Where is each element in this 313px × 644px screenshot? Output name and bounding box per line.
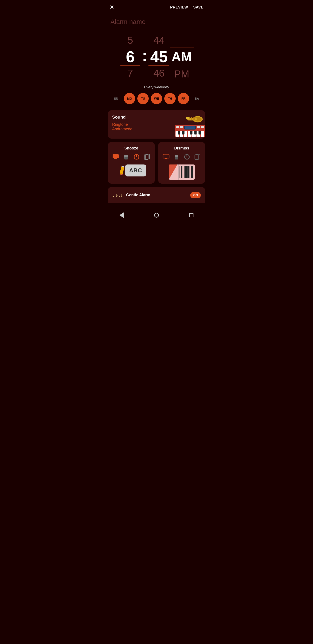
header: ✕ PREVIEW SAVE — [104, 0, 209, 13]
svg-rect-51 — [183, 166, 183, 178]
pencil-icon — [116, 165, 127, 176]
barcode-illustration — [169, 164, 195, 180]
svg-rect-11 — [180, 126, 183, 128]
svg-rect-59 — [194, 166, 194, 178]
minute-below: 46 — [153, 66, 165, 79]
hour-column[interactable]: 5 6 7 — [119, 35, 141, 78]
svg-rect-39 — [163, 154, 169, 158]
pill-icon — [122, 153, 130, 160]
svg-rect-45 — [195, 155, 199, 160]
svg-rect-20 — [201, 131, 204, 137]
flip-icon — [143, 153, 151, 160]
svg-rect-24 — [194, 131, 197, 134]
svg-rect-40 — [165, 158, 167, 159]
alarm-name-input[interactable] — [110, 18, 203, 26]
sound-card[interactable]: Sound Ringtone Andromeda — [108, 110, 205, 138]
abc-badge: ABC — [125, 164, 146, 176]
hour-below: 7 — [128, 66, 133, 79]
svg-rect-12 — [197, 126, 200, 128]
svg-rect-55 — [188, 166, 189, 178]
svg-rect-54 — [186, 166, 188, 178]
power-icon — [133, 153, 140, 160]
dismiss-screen-icon — [162, 153, 170, 160]
svg-rect-6 — [193, 116, 195, 120]
screen-icon — [112, 153, 119, 160]
abc-illustration: ABC — [116, 164, 146, 176]
svg-rect-25 — [198, 131, 201, 134]
svg-rect-49 — [180, 166, 180, 178]
preview-button[interactable]: PREVIEW — [170, 5, 188, 10]
svg-rect-50 — [181, 166, 182, 178]
dismiss-title: Dismiss — [174, 146, 189, 150]
svg-rect-56 — [190, 166, 190, 178]
svg-rect-22 — [182, 131, 185, 134]
time-picker: 5 6 7 : 44 45 46 AM PM — [104, 29, 209, 85]
day-we[interactable]: WE — [151, 93, 162, 104]
save-button[interactable]: SAVE — [193, 5, 203, 10]
svg-rect-23 — [190, 131, 193, 134]
bottom-nav — [104, 207, 209, 225]
svg-rect-57 — [191, 166, 192, 178]
hour-selected: 6 — [120, 48, 140, 66]
ampm-selected: AM — [170, 47, 193, 66]
nav-back-button[interactable] — [117, 211, 126, 220]
hour-above: 5 — [128, 35, 133, 48]
svg-rect-34 — [146, 154, 150, 159]
svg-rect-42 — [175, 157, 178, 160]
svg-rect-9 — [185, 126, 195, 129]
music-note-icon: ♩♪♫ — [112, 192, 123, 199]
alarm-name-section — [104, 13, 209, 29]
days-row: SU MO TU WE TH FR SA — [104, 93, 209, 104]
repeat-label: Every weekday — [104, 85, 209, 90]
dismiss-icons — [162, 153, 201, 160]
home-icon — [154, 213, 159, 218]
nav-recent-button[interactable] — [187, 211, 196, 220]
time-colon: : — [141, 47, 148, 64]
svg-rect-5 — [191, 116, 192, 120]
svg-rect-46 — [196, 154, 200, 159]
back-arrow-icon — [119, 212, 124, 218]
dismiss-pill-icon — [173, 153, 180, 160]
minute-selected: 45 — [148, 48, 169, 66]
recent-apps-icon — [189, 213, 193, 217]
nav-home-button[interactable] — [152, 211, 161, 220]
header-actions: PREVIEW SAVE — [170, 5, 203, 10]
svg-rect-10 — [176, 126, 179, 128]
close-button[interactable]: ✕ — [110, 4, 114, 11]
day-tu[interactable]: TU — [137, 93, 149, 104]
day-th[interactable]: TH — [164, 93, 176, 104]
svg-rect-60 — [178, 164, 179, 180]
svg-rect-53 — [185, 166, 186, 178]
svg-rect-52 — [184, 166, 185, 178]
svg-marker-37 — [121, 174, 123, 176]
minute-above: 44 — [153, 35, 165, 48]
day-sa[interactable]: SA — [191, 93, 203, 104]
gentle-alarm-label: Gentle Alarm — [126, 193, 187, 197]
minute-column[interactable]: 44 45 46 — [148, 35, 170, 78]
svg-rect-29 — [124, 157, 128, 160]
day-su[interactable]: SU — [110, 93, 122, 104]
svg-rect-33 — [144, 155, 148, 160]
day-fr[interactable]: FR — [178, 93, 189, 104]
snooze-icons — [112, 153, 151, 160]
gentle-alarm-status: ON — [190, 192, 201, 198]
ampm-column[interactable]: AM PM — [170, 34, 193, 80]
svg-rect-58 — [192, 166, 193, 178]
svg-rect-13 — [201, 126, 204, 128]
snooze-card[interactable]: Snooze — [108, 142, 155, 184]
svg-rect-21 — [178, 131, 180, 134]
trumpet-icon — [186, 112, 203, 123]
dismiss-flip-icon — [194, 153, 201, 160]
dismiss-power-icon — [183, 153, 191, 160]
svg-rect-27 — [114, 158, 117, 159]
day-mo[interactable]: MO — [124, 93, 135, 104]
snooze-dismiss-row: Snooze — [108, 142, 205, 184]
snooze-title: Snooze — [124, 146, 138, 150]
svg-rect-26 — [113, 154, 119, 158]
dismiss-card[interactable]: Dismiss — [158, 142, 205, 184]
gentle-alarm-card[interactable]: ♩♪♫ Gentle Alarm ON — [108, 187, 205, 203]
barcode-icon — [169, 164, 195, 180]
svg-point-4 — [186, 116, 189, 120]
piano-icon — [175, 123, 205, 138]
ampm-below: PM — [174, 66, 189, 80]
